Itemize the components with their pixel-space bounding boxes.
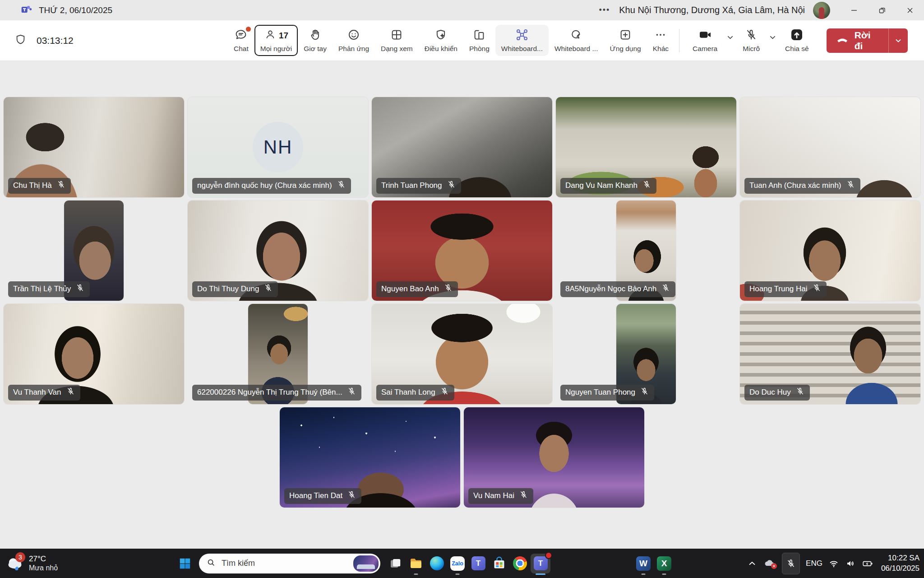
- taskbar-icon-teams-meeting[interactable]: T: [531, 551, 550, 576]
- mic-off-icon: [347, 490, 356, 502]
- raise-hand-icon: [309, 28, 322, 43]
- video-tile[interactable]: 8A5Nguyễn Ngọc Bảo Anh: [556, 200, 736, 301]
- camera-options-chevron[interactable]: [724, 25, 736, 42]
- video-tile[interactable]: Nguyen Tuan Phong: [556, 304, 736, 404]
- participant-name: Sai Thanh Long: [381, 388, 435, 397]
- toolbar-button-mic-muted[interactable]: Micrô: [737, 25, 766, 56]
- taskbar-icon-teams[interactable]: T: [471, 551, 486, 576]
- taskbar-clock[interactable]: 10:22 SA 06/10/2025: [881, 553, 919, 573]
- teams-app-icon: [20, 4, 32, 17]
- video-tile[interactable]: Trần Thị Lệ Thủy: [4, 200, 184, 301]
- more-icon: [654, 28, 667, 43]
- taskbar-icon-task-view[interactable]: [388, 551, 403, 576]
- mic-off-icon: [263, 283, 273, 295]
- whiteboard-1-icon: [515, 28, 529, 43]
- video-tile[interactable]: Chu Thị Hà: [4, 97, 184, 197]
- wifi-icon[interactable]: [828, 558, 839, 569]
- taskbar-icon-file-explorer[interactable]: [408, 551, 424, 576]
- pinned-apps: ZaloTTWX: [388, 551, 672, 576]
- toolbar-button-whiteboard-2[interactable]: Whiteboard ...: [549, 25, 604, 56]
- video-tile[interactable]: Do Thi Thuy Dung: [188, 200, 368, 301]
- toolbar-button-label: Điều khiển: [425, 45, 457, 53]
- taskbar-icon-edge[interactable]: [429, 551, 444, 576]
- toolbar-button-more[interactable]: Khác: [647, 25, 675, 56]
- tray-time: 10:22 SA: [881, 553, 919, 563]
- hangup-icon: [836, 33, 849, 48]
- close-button[interactable]: [896, 0, 924, 20]
- participant-name: Tuan Anh (Chưa xác minh): [749, 181, 841, 190]
- restore-button[interactable]: [868, 0, 896, 20]
- video-tile[interactable]: NHnguyễn đình quốc huy (Chưa xác minh): [188, 97, 368, 197]
- video-tile[interactable]: Trinh Tuan Phong: [372, 97, 552, 197]
- video-tile[interactable]: Sai Thanh Long: [372, 304, 552, 404]
- titlebar-more-options-icon[interactable]: •••: [599, 5, 610, 15]
- toolbar-button-share[interactable]: Chia sẻ: [779, 25, 815, 56]
- start-button[interactable]: [177, 556, 193, 571]
- participant-label: Trần Thị Lệ Thủy: [8, 281, 90, 297]
- video-tile[interactable]: Tuan Anh (Chưa xác minh): [740, 97, 920, 197]
- participant-label: Vu Thanh Van: [8, 385, 80, 401]
- toolbar-button-reactions[interactable]: Phản ứng: [333, 25, 375, 56]
- tray-chevron-up-icon[interactable]: [747, 558, 758, 569]
- video-tile[interactable]: Vu Nam Hai: [464, 407, 644, 508]
- taskbar-icon-store[interactable]: [491, 551, 507, 576]
- toolbar-button-apps[interactable]: Ứng dụng: [604, 25, 647, 56]
- toolbar-button-camera[interactable]: Camera: [687, 25, 723, 56]
- mic-muted-options-chevron[interactable]: [767, 25, 778, 42]
- participant-name: Hoang Trung Hai: [749, 284, 808, 294]
- video-tile[interactable]: Do Duc Huy: [740, 304, 920, 404]
- participant-label: Hoang Tien Dat: [284, 488, 361, 504]
- weather-rain-icon: 3: [5, 554, 24, 573]
- video-tile[interactable]: Vu Thanh Van: [4, 304, 184, 404]
- video-tile[interactable]: Dang Vu Nam Khanh: [556, 97, 736, 197]
- toolbar-button-view[interactable]: Dạng xem: [375, 25, 419, 56]
- battery-icon[interactable]: [862, 558, 873, 569]
- toolbar-button-label: Khác: [653, 45, 669, 53]
- taskbar-icon-word[interactable]: W: [636, 551, 651, 576]
- mic-off-icon: [447, 180, 456, 191]
- mic-off-icon: [519, 490, 528, 502]
- running-indicator: [456, 573, 460, 575]
- mic-off-icon: [661, 283, 670, 295]
- user-avatar[interactable]: [813, 2, 830, 19]
- video-tile[interactable]: Hoang Tien Dat: [280, 407, 460, 508]
- tray-mic-muted-icon[interactable]: [782, 553, 800, 574]
- meeting-stage: Chu Thị HàNHnguyễn đình quốc huy (Chưa x…: [0, 61, 924, 549]
- taskbar-icon-excel[interactable]: X: [656, 551, 672, 576]
- toolbar-button-label: Micrô: [743, 45, 760, 53]
- onedrive-error-icon[interactable]: [763, 557, 776, 570]
- video-tile[interactable]: Nguyen Bao Anh: [372, 200, 552, 301]
- weather-widget[interactable]: 3 27°C Mưa nhỏ: [5, 549, 58, 578]
- toolbar-button-rooms[interactable]: Phòng: [463, 25, 495, 56]
- video-tile[interactable]: 622000226 Nguyễn Thị Trung Thuý (Bên...: [188, 304, 368, 404]
- participant-name: Vu Nam Hai: [473, 491, 514, 500]
- toolbar-divider: [679, 29, 679, 52]
- participant-label: Tuan Anh (Chưa xác minh): [744, 178, 860, 194]
- chat-notification-dot: [246, 27, 251, 32]
- toolbar-button-raise-hand[interactable]: Giơ tay: [298, 25, 333, 56]
- volume-icon[interactable]: [845, 558, 856, 569]
- video-tile[interactable]: Hoang Trung Hai: [740, 200, 920, 301]
- participant-name: Nguyen Tuan Phong: [565, 388, 635, 397]
- toolbar-button-control[interactable]: Điều khiển: [419, 25, 463, 56]
- toolbar-button-label: Mọi người: [260, 45, 292, 53]
- participant-name: nguyễn đình quốc huy (Chưa xác minh): [197, 181, 332, 190]
- minimize-button[interactable]: [840, 0, 868, 20]
- toolbar-button-chat[interactable]: Chat: [228, 25, 254, 56]
- leave-options-chevron[interactable]: [888, 28, 908, 53]
- titlebar: THỨ 2, 06/10/2025 ••• Khu Nội Thương, Dư…: [0, 0, 924, 20]
- taskbar-search[interactable]: Tìm kiếm: [199, 554, 380, 573]
- leave-button[interactable]: Rời đi: [827, 28, 908, 53]
- toolbar-button-people[interactable]: 17Mọi người: [254, 25, 298, 56]
- participant-label: Nguyen Bao Anh: [376, 281, 458, 297]
- taskbar-icon-zalo[interactable]: Zalo: [450, 551, 465, 576]
- input-language[interactable]: ENG: [806, 559, 822, 568]
- taskbar-icon-chrome[interactable]: [512, 551, 527, 576]
- meeting-date-title: THỨ 2, 06/10/2025: [39, 5, 112, 15]
- search-highlight-image[interactable]: [353, 555, 379, 572]
- participant-name: Dang Vu Nam Khanh: [565, 181, 638, 190]
- security-shield-icon: [14, 33, 27, 47]
- toolbar-button-whiteboard-1[interactable]: Whiteboard...: [495, 25, 549, 56]
- participant-label: nguyễn đình quốc huy (Chưa xác minh): [192, 178, 351, 194]
- toolbar-button-label: Chat: [234, 45, 249, 53]
